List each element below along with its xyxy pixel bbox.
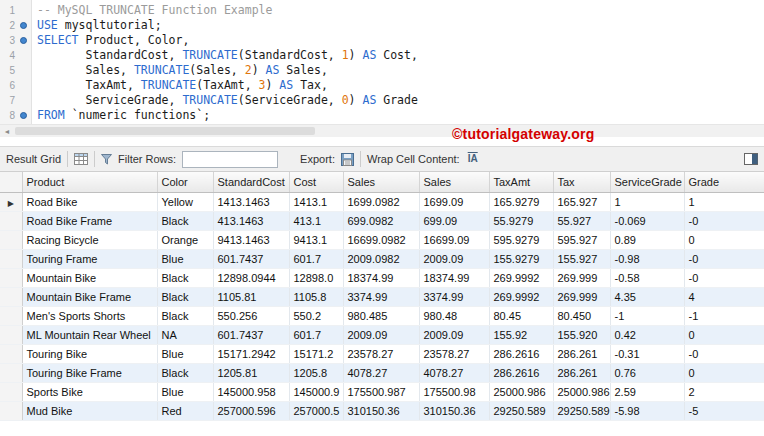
grid-cell[interactable]: NA — [157, 325, 213, 344]
grid-cell[interactable]: 1413.1 — [289, 192, 343, 211]
grid-cell[interactable]: -0.58 — [610, 268, 684, 287]
grid-cell[interactable]: -1 — [610, 306, 684, 325]
column-header[interactable]: ServiceGrade — [610, 172, 684, 192]
grid-cell[interactable]: 257000.5 — [289, 401, 343, 420]
grid-cell[interactable]: 286.2616 — [489, 363, 553, 382]
grid-cell[interactable]: 55.9279 — [489, 211, 553, 230]
grid-cell[interactable]: Road Bike Frame — [22, 211, 157, 230]
grid-cell[interactable]: 23578.27 — [419, 344, 489, 363]
grid-cell[interactable]: 413.1463 — [213, 211, 289, 230]
code-line[interactable]: 1-- MySQL TRUNCATE Function Example — [0, 3, 764, 18]
editor-horizontal-scrollbar[interactable]: ◄ — [0, 124, 764, 137]
grid-cell[interactable]: -0 — [684, 211, 764, 230]
sql-editor[interactable]: 1-- MySQL TRUNCATE Function Example2USE … — [0, 0, 764, 124]
grid-cell[interactable]: Sports Bike — [22, 382, 157, 401]
grid-cell[interactable]: 310150.36 — [343, 401, 419, 420]
grid-cell[interactable]: 16699.0982 — [343, 230, 419, 249]
grid-cell[interactable]: 2009.09 — [419, 249, 489, 268]
grid-cell[interactable]: 413.1 — [289, 211, 343, 230]
grid-cell[interactable]: 18374.99 — [343, 268, 419, 287]
grid-cell[interactable]: 980.48 — [419, 306, 489, 325]
grid-cell[interactable]: 1699.0982 — [343, 192, 419, 211]
grid-cell[interactable]: 550.2 — [289, 306, 343, 325]
grid-cell[interactable]: Blue — [157, 344, 213, 363]
table-row[interactable]: Racing BicycleOrange9413.14639413.116699… — [0, 230, 764, 249]
code-line[interactable]: 2USE mysqltutorial; — [0, 18, 764, 33]
grid-cell[interactable]: 699.09 — [419, 211, 489, 230]
grid-cell[interactable]: 29250.589 — [489, 401, 553, 420]
grid-cell[interactable]: 2 — [684, 382, 764, 401]
table-row[interactable]: Mud BikeRed257000.596257000.5310150.3631… — [0, 401, 764, 420]
row-selector[interactable] — [0, 287, 22, 306]
grid-cell[interactable]: 601.7 — [289, 325, 343, 344]
grid-cell[interactable]: 550.256 — [213, 306, 289, 325]
grid-cell[interactable]: 595.9279 — [489, 230, 553, 249]
grid-cell[interactable]: 9413.1 — [289, 230, 343, 249]
column-header[interactable]: Sales — [343, 172, 419, 192]
grid-cell[interactable]: 15171.2942 — [213, 344, 289, 363]
grid-cell[interactable]: 980.485 — [343, 306, 419, 325]
column-header[interactable]: Tax — [553, 172, 610, 192]
grid-cell[interactable]: 699.0982 — [343, 211, 419, 230]
grid-cell[interactable]: 269.999 — [553, 287, 610, 306]
grid-cell[interactable]: 310150.36 — [419, 401, 489, 420]
grid-cell[interactable]: 1205.8 — [289, 363, 343, 382]
grid-cell[interactable]: 9413.1463 — [213, 230, 289, 249]
grid-cell[interactable]: Touring Frame — [22, 249, 157, 268]
table-row[interactable]: ML Mountain Rear WheelNA601.7437601.7200… — [0, 325, 764, 344]
column-header[interactable]: Color — [157, 172, 213, 192]
grid-cell[interactable]: 3374.99 — [343, 287, 419, 306]
grid-cell[interactable]: 1699.09 — [419, 192, 489, 211]
table-row[interactable]: Touring Bike FrameBlack1205.811205.84078… — [0, 363, 764, 382]
row-selector[interactable] — [0, 306, 22, 325]
table-row[interactable]: Touring BikeBlue15171.294215171.223578.2… — [0, 344, 764, 363]
grid-cell[interactable]: 155.927 — [553, 249, 610, 268]
grid-cell[interactable]: 12898.0944 — [213, 268, 289, 287]
grid-cell[interactable]: Black — [157, 363, 213, 382]
table-row[interactable]: ▶Road BikeYellow1413.14631413.11699.0982… — [0, 192, 764, 211]
table-row[interactable]: Road Bike FrameBlack413.1463413.1699.098… — [0, 211, 764, 230]
grid-cell[interactable]: -0.069 — [610, 211, 684, 230]
grid-cell[interactable]: Men's Sports Shorts — [22, 306, 157, 325]
grid-cell[interactable]: 4078.27 — [419, 363, 489, 382]
grid-cell[interactable]: Mountain Bike Frame — [22, 287, 157, 306]
filter-rows-input[interactable] — [182, 151, 278, 168]
grid-cell[interactable]: 165.927 — [553, 192, 610, 211]
grid-cell[interactable]: 286.2616 — [489, 344, 553, 363]
row-selector[interactable] — [0, 382, 22, 401]
grid-cell[interactable]: Black — [157, 268, 213, 287]
grid-cell[interactable]: 80.45 — [489, 306, 553, 325]
scroll-left-arrow-icon[interactable]: ◄ — [0, 125, 14, 138]
grid-cell[interactable]: 55.927 — [553, 211, 610, 230]
row-selector[interactable] — [0, 230, 22, 249]
code-line[interactable]: 4 StandardCost, TRUNCATE(StandardCost, 1… — [0, 48, 764, 63]
grid-cell[interactable]: 4078.27 — [343, 363, 419, 382]
grid-cell[interactable]: 601.7 — [289, 249, 343, 268]
export-icon[interactable] — [341, 153, 354, 166]
grid-cell[interactable]: 0 — [684, 230, 764, 249]
grid-cell[interactable]: 12898.0 — [289, 268, 343, 287]
grid-cell[interactable]: 1105.8 — [289, 287, 343, 306]
grid-cell[interactable]: ML Mountain Rear Wheel — [22, 325, 157, 344]
column-header[interactable]: Cost — [289, 172, 343, 192]
grid-cell[interactable]: 1 — [610, 192, 684, 211]
grid-cell[interactable]: 1105.81 — [213, 287, 289, 306]
grid-cell[interactable]: 595.927 — [553, 230, 610, 249]
grid-cell[interactable]: 0.89 — [610, 230, 684, 249]
grid-cell[interactable]: -0 — [684, 249, 764, 268]
grid-cell[interactable]: Road Bike — [22, 192, 157, 211]
grid-cell[interactable]: Orange — [157, 230, 213, 249]
row-selector[interactable] — [0, 325, 22, 344]
table-row[interactable]: Touring FrameBlue601.7437601.72009.09822… — [0, 249, 764, 268]
grid-cell[interactable]: 165.9279 — [489, 192, 553, 211]
grid-cell[interactable]: Touring Bike — [22, 344, 157, 363]
grid-cell[interactable]: 269.9992 — [489, 268, 553, 287]
grid-cell[interactable]: 286.261 — [553, 344, 610, 363]
grid-cell[interactable]: Yellow — [157, 192, 213, 211]
grid-cell[interactable]: 18374.99 — [419, 268, 489, 287]
grid-cell[interactable]: 175500.98 — [419, 382, 489, 401]
grid-cell[interactable]: Black — [157, 287, 213, 306]
grid-cell[interactable]: 155.9279 — [489, 249, 553, 268]
grid-cell[interactable]: Mountain Bike — [22, 268, 157, 287]
grid-cell[interactable]: 25000.986 — [489, 382, 553, 401]
